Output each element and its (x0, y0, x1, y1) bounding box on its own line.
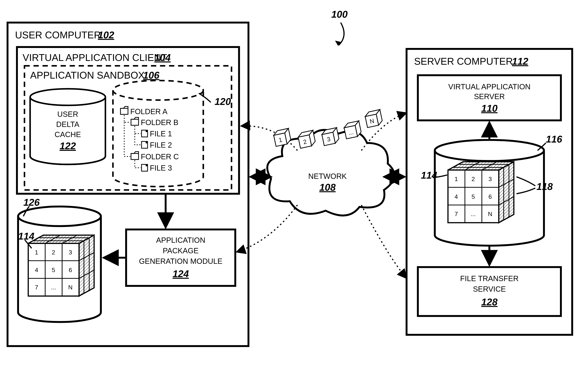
svg-text:5: 5 (52, 267, 55, 273)
svg-text:APPLICATION SANDBOX: APPLICATION SANDBOX (30, 70, 145, 81)
svg-text:N: N (68, 284, 73, 291)
svg-marker-37 (79, 235, 94, 296)
svg-text:4: 4 (35, 267, 38, 273)
app-package-gen-module: APPLICATION PACKAGE GENERATION MODULE 12… (126, 229, 235, 286)
svg-rect-16 (120, 108, 128, 114)
local-cube: 1 2 3 4 5 6 7 ... N (28, 235, 94, 296)
svg-text:6: 6 (489, 193, 492, 200)
svg-text:SERVER COMPUTER: SERVER COMPUTER (414, 56, 513, 67)
svg-text:2: 2 (52, 249, 55, 256)
svg-text:FILE 3: FILE 3 (150, 164, 172, 172)
svg-text:APPLICATION: APPLICATION (156, 236, 205, 244)
svg-text:1: 1 (35, 249, 38, 256)
svg-text:N: N (488, 211, 492, 217)
svg-text:122: 122 (60, 141, 76, 151)
server-cube: 1 2 3 4 5 6 7 ... N (448, 162, 514, 223)
svg-text:114: 114 (18, 231, 35, 242)
user-computer: USER COMPUTER 102 VIRTUAL APPLICATION CL… (8, 23, 248, 346)
virtual-application-client: VIRTUAL APPLICATION CLIENT 104 APPLICATI… (17, 47, 239, 194)
svg-text:114: 114 (421, 170, 437, 181)
svg-point-14 (113, 81, 203, 100)
svg-text:6: 6 (69, 267, 72, 273)
svg-text:110: 110 (481, 103, 497, 114)
svg-text:1: 1 (455, 176, 458, 182)
svg-text:CACHE: CACHE (55, 130, 81, 139)
svg-text:116: 116 (546, 134, 563, 145)
svg-text:108: 108 (319, 182, 336, 193)
svg-text:...: ... (51, 284, 56, 291)
svg-text:7: 7 (35, 284, 38, 291)
user-delta-cache: USER DELTA CACHE 122 (30, 89, 105, 164)
svg-text:106: 106 (143, 70, 160, 81)
file-tree: FOLDER A FOLDER B FILE 1 FILE 2 FOLDER C (120, 106, 179, 172)
svg-point-35 (18, 206, 101, 226)
file-tree-cylinder: 120 FOLDER A FOLDER B FILE 1 FILE 2 (113, 81, 231, 187)
svg-marker-96 (499, 162, 514, 223)
svg-text:124: 124 (173, 268, 189, 279)
svg-text:SERVICE: SERVICE (473, 285, 506, 293)
svg-rect-6 (24, 66, 231, 190)
svg-text:FILE 2: FILE 2 (150, 141, 172, 149)
file-transfer-service: FILE TRANSFER SERVICE 128 (418, 267, 561, 316)
svg-text:VIRTUAL APPLICATION CLIENT: VIRTUAL APPLICATION CLIENT (23, 52, 167, 63)
virtual-app-server: VIRTUAL APPLICATION SERVER 110 (418, 75, 561, 120)
svg-point-9 (30, 89, 105, 105)
svg-text:104: 104 (154, 52, 171, 63)
svg-rect-18 (131, 119, 138, 125)
svg-text:128: 128 (481, 296, 497, 307)
svg-text:FILE TRANSFER: FILE TRANSFER (460, 274, 518, 283)
svg-text:DELTA: DELTA (56, 120, 79, 129)
user-computer-ref: 102 (98, 30, 114, 40)
figure-ref: 100 (331, 9, 348, 46)
svg-text:100: 100 (331, 9, 348, 20)
svg-text:3: 3 (69, 249, 72, 256)
svg-rect-3 (17, 47, 239, 194)
svg-text:126: 126 (23, 197, 40, 208)
svg-text:7: 7 (455, 211, 458, 217)
svg-text:VIRTUAL APPLICATION: VIRTUAL APPLICATION (448, 82, 530, 91)
svg-point-94 (435, 140, 544, 161)
application-sandbox: APPLICATION SANDBOX 106 USER DELTA CACHE… (24, 66, 231, 190)
svg-text:4: 4 (455, 193, 458, 200)
svg-text:PACKAGE: PACKAGE (163, 247, 199, 255)
server-computer: SERVER COMPUTER 112 VIRTUAL APPLICATION … (407, 49, 572, 335)
svg-text:FOLDER A: FOLDER A (130, 107, 168, 116)
svg-text:118: 118 (536, 181, 553, 192)
svg-rect-24 (131, 153, 138, 159)
svg-text:112: 112 (512, 56, 528, 67)
svg-text:NETWORK: NETWORK (308, 172, 347, 180)
user-computer-title: USER COMPUTER (15, 30, 101, 40)
svg-text:2: 2 (471, 176, 475, 182)
svg-text:GENERATION MODULE: GENERATION MODULE (139, 257, 222, 265)
architecture-diagram: 100 USER COMPUTER 102 VIRTUAL APPLICATIO… (0, 0, 588, 377)
svg-text:FOLDER B: FOLDER B (141, 118, 178, 127)
svg-text:120: 120 (215, 96, 231, 107)
svg-text:USER: USER (57, 110, 78, 118)
svg-text:3: 3 (489, 176, 492, 182)
svg-text:FILE 1: FILE 1 (150, 130, 172, 138)
svg-text:5: 5 (471, 193, 475, 200)
svg-text:SERVER: SERVER (474, 92, 505, 101)
svg-text:...: ... (471, 211, 476, 217)
svg-text:FOLDER C: FOLDER C (141, 153, 179, 161)
